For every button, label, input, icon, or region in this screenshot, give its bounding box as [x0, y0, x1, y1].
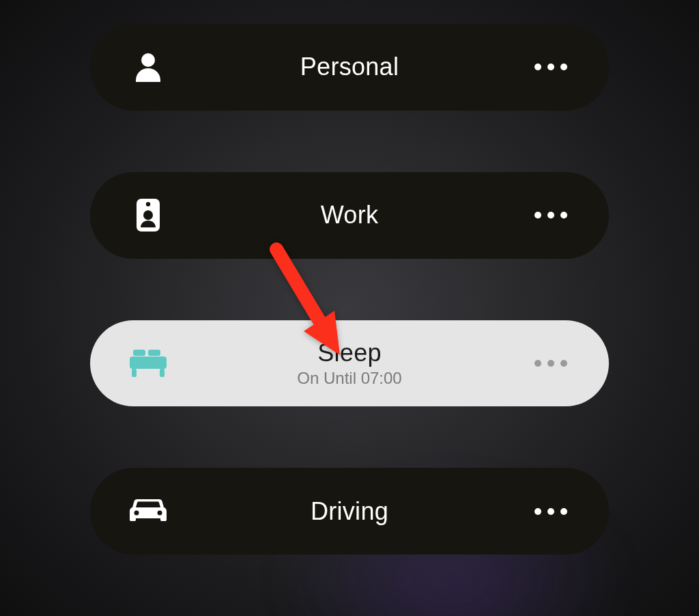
focus-label: Personal [300, 53, 399, 81]
focus-label: Driving [311, 497, 388, 526]
svg-rect-7 [132, 369, 137, 377]
person-icon [128, 52, 169, 82]
more-options-button[interactable] [530, 64, 571, 70]
ellipsis-icon [560, 212, 567, 219]
car-icon [128, 498, 169, 525]
svg-point-10 [158, 510, 162, 515]
ellipsis-icon [547, 64, 554, 70]
svg-rect-6 [130, 356, 167, 369]
bed-icon [128, 350, 169, 377]
svg-rect-4 [133, 350, 145, 356]
focus-mode-driving[interactable]: Driving [90, 468, 609, 555]
focus-sub-label: On Until 07:00 [297, 369, 401, 388]
more-options-button[interactable] [530, 360, 571, 367]
ellipsis-icon [534, 64, 541, 70]
badge-icon [128, 199, 169, 232]
more-options-button[interactable] [530, 508, 571, 515]
ellipsis-icon [560, 360, 567, 367]
focus-label: Work [321, 201, 379, 229]
focus-label: Sleep [317, 339, 382, 367]
ellipsis-icon [547, 508, 554, 515]
svg-point-2 [146, 202, 150, 206]
focus-label-wrap: Driving [169, 497, 530, 526]
svg-point-3 [143, 210, 153, 220]
ellipsis-icon [534, 212, 541, 219]
svg-rect-8 [160, 369, 165, 377]
ellipsis-icon [547, 212, 554, 219]
ellipsis-icon [534, 360, 541, 367]
ellipsis-icon [547, 360, 554, 367]
svg-rect-5 [148, 350, 160, 356]
ellipsis-icon [560, 64, 567, 70]
focus-mode-work[interactable]: Work [90, 172, 609, 259]
svg-point-0 [141, 53, 155, 67]
ellipsis-icon [534, 508, 541, 515]
focus-mode-personal[interactable]: Personal [90, 24, 609, 111]
focus-label-wrap: Sleep On Until 07:00 [169, 339, 530, 388]
focus-label-wrap: Work [169, 201, 530, 229]
focus-mode-sleep[interactable]: Sleep On Until 07:00 [90, 320, 609, 407]
focus-label-wrap: Personal [169, 53, 530, 81]
svg-point-9 [134, 510, 139, 515]
ellipsis-icon [560, 508, 567, 515]
more-options-button[interactable] [530, 212, 571, 219]
